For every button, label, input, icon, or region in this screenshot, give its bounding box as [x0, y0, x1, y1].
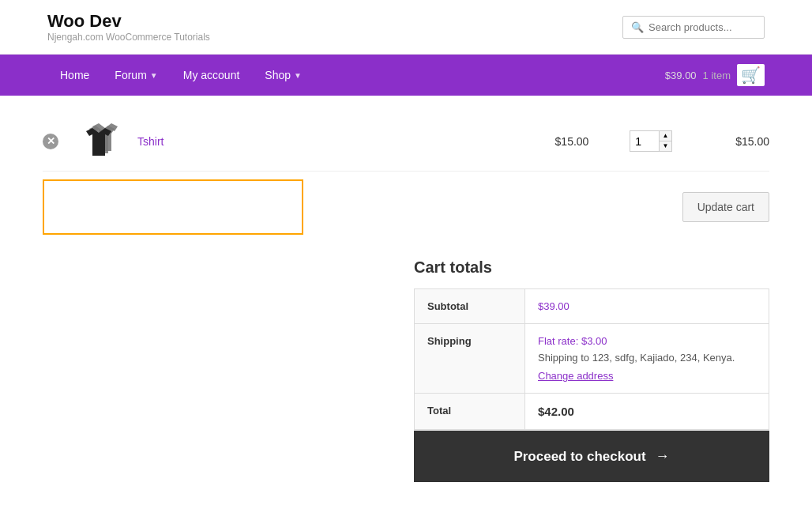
site-nav: Home Forum ▼ My account Shop ▼ $39.00 1 … — [0, 55, 812, 96]
cart-item-image — [74, 119, 137, 163]
cart-actions: Update cart — [43, 179, 769, 235]
nav-item-shop[interactable]: Shop ▼ — [252, 55, 314, 96]
checkout-label: Proceed to checkout — [513, 449, 645, 465]
totals-subtotal-row: Subtotal $39.00 — [415, 289, 769, 324]
total-value: $42.00 — [525, 394, 769, 429]
site-tagline: Njengah.com WooCommerce Tutorials — [47, 32, 210, 43]
cart-item-link[interactable]: Tshirt — [137, 135, 164, 148]
search-icon: 🔍 — [631, 21, 644, 33]
total-label: Total — [415, 394, 525, 429]
shipping-address: Shipping to 123, sdfg, Kajiado, 234, Ken… — [538, 352, 756, 364]
nav-item-home[interactable]: Home — [47, 55, 102, 96]
arrow-right-icon: → — [656, 448, 670, 465]
remove-item-button[interactable]: ✕ — [43, 134, 58, 149]
nav-items: Home Forum ▼ My account Shop ▼ — [47, 55, 665, 96]
nav-item-myaccount[interactable]: My account — [171, 55, 253, 96]
quantity-wrapper: ▲ ▼ — [630, 130, 673, 152]
quantity-down-button[interactable]: ▼ — [660, 141, 672, 151]
coupon-input-box[interactable] — [43, 179, 303, 235]
nav-cart[interactable]: $39.00 1 item 🛒 — [665, 64, 765, 86]
cart-icon: 🛒 — [737, 64, 765, 86]
shipping-label: Shipping — [415, 324, 525, 393]
cart-totals-title: Cart totals — [414, 258, 769, 277]
totals-table: Subtotal $39.00 Shipping Flat rate: $3.0… — [414, 288, 769, 431]
chevron-down-icon: ▼ — [150, 71, 158, 80]
cart-remove-cell: ✕ — [43, 134, 74, 149]
search-box[interactable]: 🔍 — [622, 16, 765, 39]
quantity-up-button[interactable]: ▲ — [660, 131, 672, 141]
site-header: Woo Dev Njengah.com WooCommerce Tutorial… — [0, 0, 812, 55]
site-title: Woo Dev — [47, 11, 210, 32]
totals-shipping-row: Shipping Flat rate: $3.00 Shipping to 12… — [415, 324, 769, 394]
site-branding: Woo Dev Njengah.com WooCommerce Tutorial… — [47, 11, 210, 43]
update-cart-button[interactable]: Update cart — [682, 192, 769, 222]
quantity-arrows: ▲ ▼ — [659, 131, 672, 151]
proceed-to-checkout-button[interactable]: Proceed to checkout → — [414, 431, 769, 482]
cart-item-name: Tshirt — [137, 135, 532, 148]
chevron-down-icon: ▼ — [294, 71, 302, 80]
cart-totals-section: Cart totals Subtotal $39.00 Shipping Fla… — [414, 258, 769, 482]
change-address-link[interactable]: Change address — [538, 370, 756, 382]
main-content: ✕ Tshirt $15.00 — [27, 96, 785, 514]
cart-amount: $39.00 — [665, 70, 697, 81]
subtotal-value: $39.00 — [525, 289, 769, 323]
cart-item-subtotal: $15.00 — [690, 135, 769, 148]
tshirt-image — [85, 119, 128, 163]
cart-item-price: $15.00 — [532, 135, 611, 148]
quantity-input[interactable] — [630, 132, 659, 151]
nav-item-forum[interactable]: Forum ▼ — [102, 55, 170, 96]
totals-total-row: Total $42.00 — [415, 394, 769, 430]
cart-row: ✕ Tshirt $15.00 — [43, 111, 769, 172]
cart-item-quantity: ▲ ▼ — [611, 130, 690, 152]
subtotal-label: Subtotal — [415, 289, 525, 323]
shipping-value: Flat rate: $3.00 Shipping to 123, sdfg, … — [525, 324, 769, 393]
cart-item-count: 1 item — [703, 70, 731, 81]
search-input[interactable] — [648, 21, 756, 33]
